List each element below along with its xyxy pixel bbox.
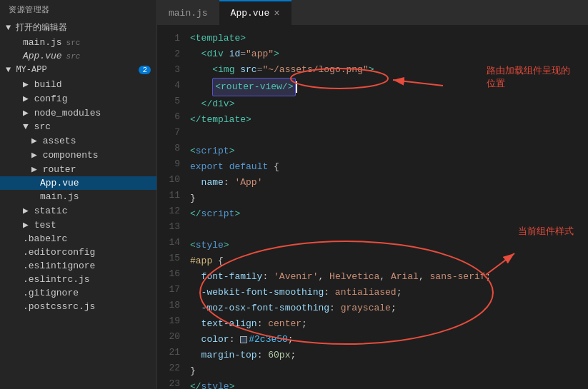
color-swatch [240,336,247,343]
code-line-12: </script> [190,206,588,222]
tab-main-js[interactable]: main.js [157,0,219,25]
code-line-11: } [190,191,588,206]
tree-eslintrc[interactable]: .eslintrc.js [0,273,156,286]
tree-editorconfig[interactable]: .editorconfig [0,246,156,259]
code-line-1: <template> [190,31,588,46]
tree-src[interactable]: ▼ src [0,120,156,133]
tree-components[interactable]: ▶ components [0,148,156,162]
code-line-10: name: 'App' [190,175,588,191]
text-cursor [296,81,297,93]
tabs-bar: main.js App.vue × [157,0,588,25]
tree-postcssrc[interactable]: .postcssrc.js [0,300,156,313]
tree-test[interactable]: ▶ test [0,218,156,232]
sidebar-header: 资源管理器 [0,0,156,19]
code-line-7 [190,128,588,143]
code-line-14: <style> [190,238,588,253]
line-numbers: 123456 789101112 131415161718 1920212223… [157,25,187,389]
tree-assets[interactable]: ▶ assets [0,133,156,148]
code-line-6: </template> [190,112,588,128]
tree-static[interactable]: ▶ static [0,203,156,218]
code-line-21: margin-top: 60px; [190,348,588,363]
project-section: ▼ MY-APP 2 [0,63,156,77]
tree-router[interactable]: ▶ router [0,162,156,176]
code-line-5: </div> [190,96,588,112]
code-line-3: <img src="~/assets/logo.png"> [190,62,588,78]
tree-main-js[interactable]: main.js [0,190,156,203]
open-file-main-js[interactable]: main.js src [0,36,156,49]
code-line-2: <div id="app"> [190,46,588,62]
router-view-highlight: <router-view/> [212,78,296,96]
code-line-23: </style> [190,379,588,389]
tree-eslintignore[interactable]: .eslintignore [0,259,156,273]
open-file-app-vue[interactable]: App.vue src [0,49,156,63]
tree-build[interactable]: ▶ build [0,77,156,91]
tree-node-modules[interactable]: ▶ node_modules [0,106,156,120]
code-line-15: #app { [190,253,588,269]
tab-app-vue[interactable]: App.vue × [219,0,291,25]
close-tab-icon[interactable]: × [274,8,279,19]
code-line-20: color: #2c3e50; [190,332,588,348]
tree-config[interactable]: ▶ config [0,91,156,106]
code-line-8: <script> [190,143,588,159]
code-content[interactable]: <template> <div id="app"> <img src="~/as… [187,25,588,389]
code-container: 123456 789101112 131415161718 1920212223… [157,25,588,389]
code-line-19: text-align: center; [190,316,588,332]
code-line-4: <router-view/> [190,78,588,96]
tree-babelrc[interactable]: .babelrc [0,232,156,246]
code-line-9: export default { [190,159,588,175]
code-line-16: font-family: 'Avenir', Helvetica, Arial,… [190,269,588,285]
sidebar: 资源管理器 ▼ 打开的编辑器 main.js src App.vue src ▼… [0,0,157,389]
tree-gitignore[interactable]: .gitignore [0,286,156,300]
open-editors-section: ▼ 打开的编辑器 [0,19,156,36]
code-line-18: -moz-osx-font-smoothing: grayscale; [190,300,588,316]
tree-app-vue[interactable]: App.vue [0,176,156,190]
editor-area: main.js App.vue × 123456 789101112 13141… [157,0,588,389]
code-line-22: } [190,363,588,379]
code-line-13 [190,222,588,238]
code-line-17: -webkit-font-smoothing: antialiased; [190,285,588,300]
